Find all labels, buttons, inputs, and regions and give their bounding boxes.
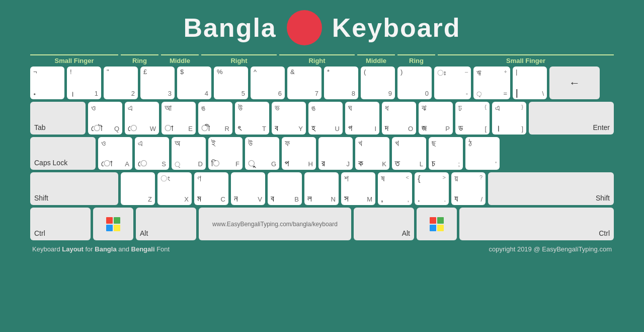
title-left: Bangla xyxy=(183,13,276,43)
alt-left-label: Alt xyxy=(140,229,148,237)
key-o[interactable]: ধ দ O xyxy=(382,102,416,135)
key-u[interactable]: ঙ হ U xyxy=(308,102,343,135)
finger-labels: Small Finger Ring Middle Right Right Mid… xyxy=(30,54,614,64)
key-minus[interactable]: ঃ – - xyxy=(434,67,471,99)
caps-lock-label: Caps Lock xyxy=(34,159,67,167)
key-backspace[interactable]: ← xyxy=(549,67,600,99)
key-v[interactable]: ন V xyxy=(231,172,265,205)
key-quote[interactable]: ঠ ' xyxy=(465,137,500,170)
finger-ring-left: Ring xyxy=(121,54,158,64)
key-shift-right[interactable]: Shift xyxy=(488,172,614,205)
bottom-row: Ctrl Alt www.EasyBengaliTyping.com/bangl… xyxy=(30,208,614,240)
key-win-left[interactable] xyxy=(93,208,133,240)
key-n[interactable]: ল N xyxy=(304,172,339,205)
footer: Keyboard Layout for Bangla and Bengali F… xyxy=(30,245,614,253)
tab-label: Tab xyxy=(34,123,46,131)
footer-right: copyright 2019 @ EasyBengaliTyping.com xyxy=(489,245,612,253)
windows-icon-left xyxy=(106,217,120,231)
key-enter[interactable]: Enter xyxy=(529,102,614,135)
footer-left: Keyboard Layout for Bangla and Bengali F… xyxy=(32,245,170,253)
key-z[interactable]: Z xyxy=(121,172,155,205)
key-alt-left[interactable]: Alt xyxy=(136,208,196,240)
key-shift-left[interactable]: Shift xyxy=(30,172,118,205)
key-b[interactable]: ব B xyxy=(268,172,302,205)
key-1[interactable]: ! । 1 xyxy=(67,67,101,99)
key-backslash[interactable]: | | \ xyxy=(513,67,547,99)
finger-small-left: Small Finger xyxy=(30,54,118,64)
key-k[interactable]: খ ক K xyxy=(355,137,389,170)
key-7[interactable]: & 7 xyxy=(287,67,321,99)
key-5[interactable]: % 5 xyxy=(214,67,248,99)
key-backtick[interactable]: ¬ ॰ xyxy=(30,67,64,99)
qwerty-row: Tab ও ৌ Q এ ে W আ া E ঙ ী R উ ৎ T ভ ব xyxy=(30,102,614,135)
key-9[interactable]: ( 9 xyxy=(361,67,395,99)
header: Bangla Keyboard xyxy=(183,10,460,45)
key-m[interactable]: শ স M xyxy=(341,172,375,205)
key-slash[interactable]: য় ? য / xyxy=(451,172,486,205)
key-s[interactable]: এ ে S xyxy=(135,137,169,170)
shift-left-label: Shift xyxy=(34,194,48,202)
bangladesh-flag xyxy=(287,10,322,45)
key-w[interactable]: এ ে W xyxy=(125,102,159,135)
finger-ring-right: Ring xyxy=(397,54,435,64)
key-f[interactable]: ই ি F xyxy=(208,137,243,170)
key-0[interactable]: ) 0 xyxy=(397,67,432,99)
key-g[interactable]: উ ু G xyxy=(245,137,279,170)
key-semicolon[interactable]: ছ চ ; xyxy=(429,137,463,170)
finger-small-right: Small Finger xyxy=(438,54,614,64)
key-a[interactable]: ও ো A xyxy=(98,137,132,170)
key-t[interactable]: উ ৎ T xyxy=(235,102,269,135)
key-6[interactable]: ^ 6 xyxy=(251,67,285,99)
key-equals[interactable]: ঋ + ় = xyxy=(473,67,510,99)
alt-right-label: Alt xyxy=(402,229,410,237)
key-c[interactable]: ণ ম C xyxy=(194,172,228,205)
finger-middle-left: Middle xyxy=(161,54,199,64)
key-period[interactable]: { > . . xyxy=(415,172,449,205)
shift-right-label: Shift xyxy=(596,194,610,202)
key-win-right[interactable] xyxy=(417,208,457,240)
key-q[interactable]: ও ৌ Q xyxy=(88,102,122,135)
key-bracket-close[interactable]: এ } । ] xyxy=(492,102,526,135)
key-3[interactable]: £ 3 xyxy=(140,67,175,99)
finger-right-right: Right xyxy=(279,54,355,64)
windows-icon-right xyxy=(430,217,444,231)
key-space[interactable]: www.EasyBengaliTyping.com/bangla/keyboar… xyxy=(199,208,351,240)
asdf-row: Caps Lock ও ো A এ ে S অ ্ D ই ি F উ ু G … xyxy=(30,137,614,170)
key-d[interactable]: অ ্ D xyxy=(172,137,206,170)
key-h[interactable]: ফ প H xyxy=(282,137,316,170)
key-j[interactable]: র J xyxy=(318,137,353,170)
key-ctrl-right[interactable]: Ctrl xyxy=(459,208,614,240)
enter-label: Enter xyxy=(593,123,610,131)
key-y[interactable]: ভ ব Y xyxy=(272,102,306,135)
key-ctrl-left[interactable]: Ctrl xyxy=(30,208,91,240)
key-8[interactable]: * 8 xyxy=(324,67,358,99)
key-l[interactable]: খ ত L xyxy=(392,137,426,170)
finger-middle-right: Middle xyxy=(357,54,395,64)
zxcv-row: Shift Z ং X ণ ম C ন V ব B xyxy=(30,172,614,205)
key-bracket-open[interactable]: ঢ { ড [ xyxy=(455,102,490,135)
key-alt-right[interactable]: Alt xyxy=(354,208,414,240)
ctrl-left-label: Ctrl xyxy=(34,229,45,237)
key-p[interactable]: ঝ জ P xyxy=(419,102,453,135)
key-x[interactable]: ং X xyxy=(157,172,192,205)
key-e[interactable]: আ া E xyxy=(162,102,196,135)
number-row: ¬ ॰ ! । 1 " 2 £ 3 $ 4 % 5 ^ xyxy=(30,67,614,99)
key-i[interactable]: ঘ গ I xyxy=(345,102,379,135)
key-comma[interactable]: ষ < , , xyxy=(378,172,412,205)
keyboard: ¬ ॰ ! । 1 " 2 £ 3 $ 4 % 5 ^ xyxy=(30,67,614,240)
key-2[interactable]: " 2 xyxy=(104,67,138,99)
key-r[interactable]: ঙ ী R xyxy=(198,102,232,135)
title-right: Keyboard xyxy=(332,13,461,43)
ctrl-right-label: Ctrl xyxy=(599,229,610,237)
key-4[interactable]: $ 4 xyxy=(177,67,211,99)
finger-right-left: Right xyxy=(201,54,277,64)
space-url: www.EasyBengaliTyping.com/bangla/keyboar… xyxy=(212,221,338,228)
key-tab[interactable]: Tab xyxy=(30,102,86,135)
key-caps-lock[interactable]: Caps Lock xyxy=(30,137,96,170)
